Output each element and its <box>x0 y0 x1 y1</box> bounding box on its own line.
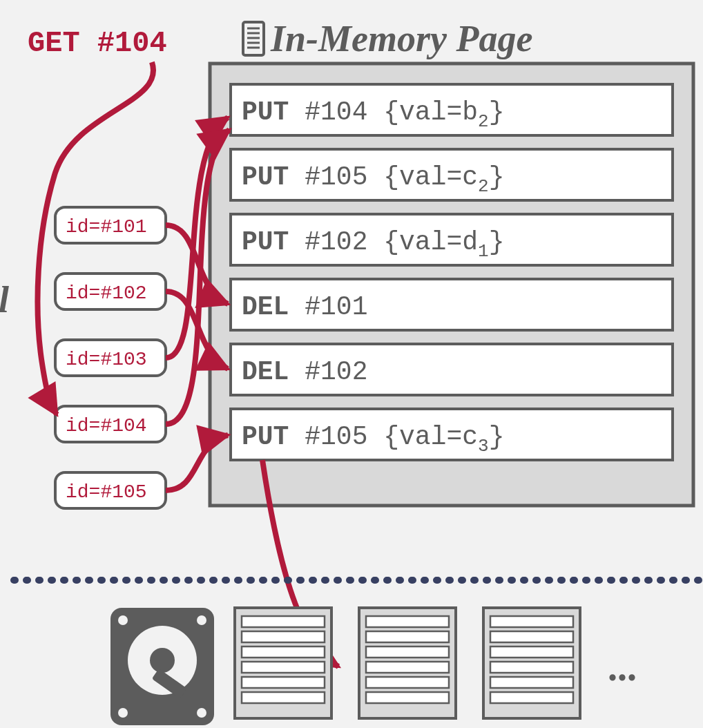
svg-rect-49 <box>490 662 573 673</box>
id-pill-102: id=#102 <box>55 274 166 309</box>
op-row-4: DEL #102 <box>231 344 673 395</box>
svg-rect-37 <box>242 692 325 703</box>
op-cmd: DEL <box>242 292 289 322</box>
op-rest: #102 {val=d <box>289 227 478 257</box>
svg-text:PUT #105 {val=c2}: PUT #105 {val=c2} <box>242 162 505 197</box>
disk-icon <box>110 608 214 725</box>
svg-rect-42 <box>366 662 449 673</box>
op-tail: } <box>489 97 505 127</box>
op-sub: 3 <box>478 436 489 457</box>
ellipsis: ... <box>608 646 637 689</box>
op-row-0: PUT #104 {val=b2} <box>231 84 673 135</box>
id-pill-101: id=#101 <box>55 207 166 243</box>
op-cmd: PUT <box>242 227 289 257</box>
op-tail: } <box>489 162 505 192</box>
disk-row: ... <box>110 608 637 725</box>
op-sub: 2 <box>478 111 489 132</box>
svg-rect-44 <box>366 692 449 703</box>
get-label: GET #104 <box>28 27 167 60</box>
svg-text:PUT #104 {val=b2}: PUT #104 {val=b2} <box>242 97 505 132</box>
op-cmd: PUT <box>242 162 289 192</box>
sstable-page-0 <box>235 608 331 718</box>
svg-point-29 <box>118 708 128 718</box>
svg-rect-36 <box>242 677 325 688</box>
svg-rect-48 <box>490 646 573 658</box>
op-cmd: DEL <box>242 357 289 387</box>
id-pill-label: id=#101 <box>66 216 147 238</box>
op-row-3: DEL #101 <box>231 279 673 330</box>
sstable-page-1 <box>359 608 456 718</box>
svg-text:DEL #102: DEL #102 <box>242 357 367 387</box>
sstable-page-2 <box>483 608 580 718</box>
svg-rect-50 <box>490 677 573 688</box>
svg-point-25 <box>150 648 175 673</box>
op-rest: #105 {val=c <box>289 162 478 192</box>
id-pill-label: id=#102 <box>66 282 147 304</box>
op-rest: #104 {val=b <box>289 97 478 127</box>
svg-point-28 <box>197 615 206 625</box>
id-pill-label: id=#105 <box>66 481 147 503</box>
op-cmd: PUT <box>242 422 289 452</box>
op-rest: #105 {val=c <box>289 422 478 452</box>
svg-rect-40 <box>366 631 449 642</box>
svg-rect-35 <box>242 662 325 673</box>
svg-rect-33 <box>242 631 325 642</box>
id-pill-label: id=#103 <box>66 349 147 370</box>
op-tail: } <box>489 227 505 257</box>
svg-rect-32 <box>242 616 325 627</box>
svg-text:PUT #105 {val=c3}: PUT #105 {val=c3} <box>242 422 505 457</box>
id-pill-104: id=#104 <box>55 406 166 442</box>
svg-point-30 <box>197 708 206 718</box>
op-sub: 1 <box>478 241 489 262</box>
svg-rect-51 <box>490 692 573 703</box>
svg-rect-34 <box>242 646 325 658</box>
id-pill-103: id=#103 <box>55 340 166 376</box>
op-rest: #102 <box>289 357 367 387</box>
svg-rect-41 <box>366 646 449 658</box>
svg-rect-47 <box>490 631 573 642</box>
svg-text:PUT #102 {val=d1}: PUT #102 {val=d1} <box>242 227 505 262</box>
op-cmd: PUT <box>242 97 289 127</box>
op-sub: 2 <box>478 176 489 197</box>
lsm-diagram: In-Memory Page GET #104 PUT #104 {val=b2… <box>0 0 703 728</box>
svg-rect-46 <box>490 616 573 627</box>
svg-rect-43 <box>366 677 449 688</box>
clipped-left-text: l <box>0 279 9 320</box>
op-rest: #101 <box>289 292 367 322</box>
svg-text:DEL #101: DEL #101 <box>242 292 367 322</box>
title-row: In-Memory Page <box>243 18 532 59</box>
in-memory-page: PUT #104 {val=b2} PUT #105 {val=c2} PUT … <box>210 64 693 506</box>
id-pill-105: id=#105 <box>55 472 166 508</box>
op-row-2: PUT #102 {val=d1} <box>231 214 673 265</box>
id-pill-label: id=#104 <box>66 415 147 437</box>
op-tail: } <box>489 422 505 452</box>
op-row-5: PUT #105 {val=c3} <box>231 409 673 460</box>
svg-point-27 <box>118 615 128 625</box>
svg-rect-39 <box>366 616 449 627</box>
op-row-1: PUT #105 {val=c2} <box>231 149 673 200</box>
page-title: In-Memory Page <box>270 18 532 59</box>
